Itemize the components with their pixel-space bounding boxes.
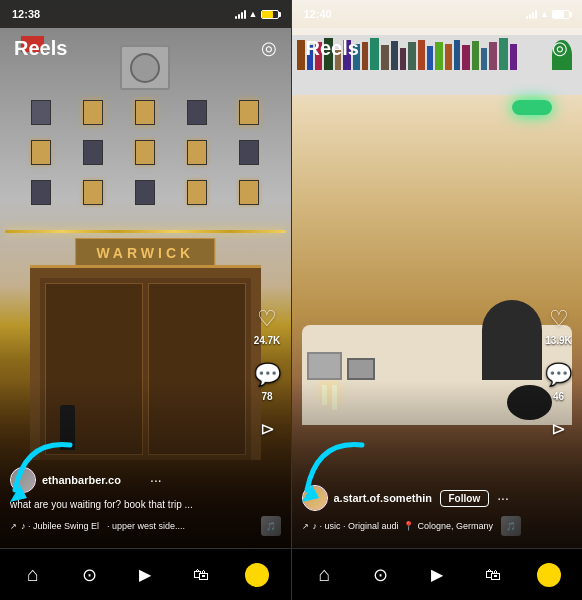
reels-title-right: Reels: [306, 37, 359, 60]
bottom-nav-left: ⌂ ⊙ ▶ 🛍: [0, 548, 291, 600]
status-bar-right: 12:40 ▲: [292, 0, 583, 28]
more-button-left[interactable]: ···: [148, 470, 164, 490]
nav-shop-left[interactable]: 🛍: [183, 557, 219, 593]
nav-profile-right[interactable]: [531, 557, 567, 593]
user-row-right: a.start.of.somethin Follow ···: [302, 485, 573, 511]
signal-bars-right: [526, 9, 537, 19]
music-thumb-right: 🎵: [501, 516, 521, 536]
shop-icon-left: 🛍: [193, 566, 209, 584]
avatar-right: [302, 485, 328, 511]
left-panel: WARWICK 12:38 ▲ R: [0, 0, 291, 600]
status-icons-left: ▲: [235, 9, 279, 19]
nav-home-left[interactable]: ⌂: [15, 557, 51, 593]
nav-reels-left[interactable]: ▶: [127, 557, 163, 593]
heart-icon-right: ♡: [549, 306, 569, 332]
camera-icon-left[interactable]: ◎: [261, 37, 277, 59]
user-row-left: ethanbarber.co ···: [10, 467, 281, 493]
wifi-icon-left: ▲: [249, 9, 258, 19]
like-button-left[interactable]: ♡ 24.7K: [254, 306, 281, 346]
like-count-left: 24.7K: [254, 335, 281, 346]
location-pin-right: 📍: [403, 521, 414, 531]
heart-icon-left: ♡: [257, 306, 277, 332]
username-left[interactable]: ethanbarber.co: [42, 474, 142, 486]
reels-icon-left: ▶: [139, 565, 151, 584]
bottom-nav-right: ⌂ ⊙ ▶ 🛍: [292, 548, 583, 600]
music-name-left: ♪ · Jubilee Swing El: [21, 521, 99, 531]
like-count-right: 13.9K: [545, 335, 572, 346]
warwick-sign: WARWICK: [96, 245, 194, 261]
location-left: · upper west side....: [107, 521, 185, 531]
comment-button-left[interactable]: 💬 78: [254, 362, 281, 402]
reels-title-left: Reels: [14, 37, 67, 60]
comment-count-right: 46: [553, 391, 564, 402]
nav-reels-right[interactable]: ▶: [419, 557, 455, 593]
search-icon-right: ⊙: [373, 564, 388, 586]
like-button-right[interactable]: ♡ 13.9K: [545, 306, 572, 346]
nav-shop-right[interactable]: 🛍: [475, 557, 511, 593]
music-name-right: ♪ · usic · Original audi: [313, 521, 399, 531]
more-button-right[interactable]: ···: [495, 488, 511, 508]
status-icons-right: ▲: [526, 9, 570, 19]
time-left: 12:38: [12, 8, 40, 20]
share-icon-right: ⊳: [551, 418, 566, 440]
action-buttons-right: ♡ 13.9K 💬 46 ⊳: [545, 306, 572, 440]
bottom-info-left: ethanbarber.co ··· what are you waiting …: [0, 467, 291, 544]
status-bar-left: 12:38 ▲: [0, 0, 291, 28]
music-thumb-left: 🎵: [261, 516, 281, 536]
nav-search-right[interactable]: ⊙: [363, 557, 399, 593]
signal-bars-left: [235, 9, 246, 19]
search-icon-left: ⊙: [82, 564, 97, 586]
follow-button-right[interactable]: Follow: [440, 490, 490, 507]
right-panel: 12:40 ▲ Reels ◎ ♡ 13.9K 💬 46: [292, 0, 583, 600]
home-icon-right: ⌂: [319, 563, 331, 586]
arrow-icon-right: ↗: [302, 522, 309, 531]
arrow-icon-left: ↗: [10, 522, 17, 531]
music-row-left: ↗ ♪ · Jubilee Swing El · upper west side…: [10, 516, 281, 536]
shop-icon-right: 🛍: [485, 566, 501, 584]
username-right[interactable]: a.start.of.somethin: [334, 492, 434, 504]
battery-right: [552, 10, 570, 19]
nav-profile-left[interactable]: [239, 557, 275, 593]
share-button-left[interactable]: ⊳: [260, 418, 275, 440]
reels-header-left: Reels ◎: [0, 28, 291, 68]
share-button-right[interactable]: ⊳: [551, 418, 566, 440]
time-right: 12:40: [304, 8, 332, 20]
comment-button-right[interactable]: 💬 46: [545, 362, 572, 402]
battery-left: [261, 10, 279, 19]
music-row-right: ↗ ♪ · usic · Original audi 📍 Cologne, Ge…: [302, 516, 573, 536]
profile-avatar-left: [245, 563, 269, 587]
comment-count-left: 78: [261, 391, 272, 402]
action-buttons-left: ♡ 24.7K 💬 78 ⊳: [254, 306, 281, 440]
home-icon-left: ⌂: [27, 563, 39, 586]
reels-icon-right: ▶: [431, 565, 443, 584]
avatar-left: [10, 467, 36, 493]
profile-avatar-right: [537, 563, 561, 587]
reels-header-right: Reels ◎: [292, 28, 583, 68]
camera-icon-right[interactable]: ◎: [552, 37, 568, 59]
share-icon-left: ⊳: [260, 418, 275, 440]
comment-icon-right: 💬: [545, 362, 572, 388]
bottom-info-right: a.start.of.somethin Follow ··· ↗ ♪ · usi…: [292, 485, 583, 544]
caption-left: what are you waiting for? book that trip…: [10, 498, 281, 511]
nav-home-right[interactable]: ⌂: [307, 557, 343, 593]
comment-icon-left: 💬: [254, 362, 281, 388]
nav-search-left[interactable]: ⊙: [71, 557, 107, 593]
location-text-right: Cologne, Germany: [418, 521, 494, 531]
wifi-icon-right: ▲: [540, 9, 549, 19]
